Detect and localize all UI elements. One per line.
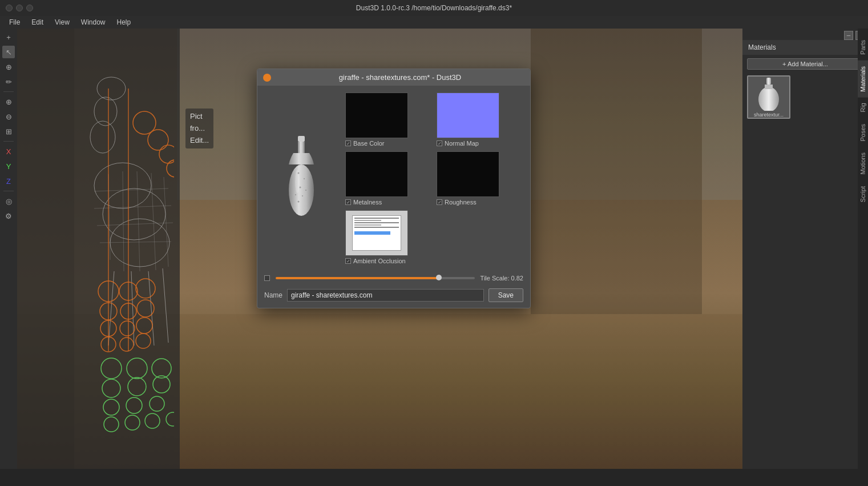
- x-axis-btn[interactable]: X: [2, 145, 15, 158]
- wireframe-svg: [20, 31, 174, 443]
- tab-motions[interactable]: Motions: [858, 147, 868, 180]
- texture-slot-base-color: Base Color: [345, 93, 432, 147]
- window-title: Dust3D 1.0.0-rc.3 /home/tio/Downloads/gi…: [356, 4, 512, 12]
- ao-line-2: [354, 220, 381, 221]
- panel-icon-row: ─ ×: [742, 29, 868, 40]
- toolbar-divider-1: [3, 91, 14, 92]
- svg-point-45: [128, 377, 146, 396]
- ao-blue-bar: [354, 231, 390, 235]
- base-color-img[interactable]: [345, 93, 408, 138]
- add-material-button[interactable]: + Add Material...: [747, 58, 863, 70]
- svg-line-22: [164, 177, 168, 267]
- maximize-window-btn[interactable]: [26, 5, 33, 11]
- svg-point-55: [758, 87, 779, 111]
- roughness-label-row: Roughness: [437, 199, 477, 206]
- tile-scale-slider[interactable]: [276, 277, 475, 279]
- tab-materials[interactable]: Materials: [858, 61, 868, 98]
- ao-label: Ambient Occlusion: [353, 258, 406, 264]
- svg-point-34: [136, 334, 151, 348]
- dialog-close-button[interactable]: [263, 74, 271, 82]
- name-save-row: Name Save: [257, 285, 530, 308]
- zoom-in-btn[interactable]: ⊕: [2, 95, 15, 108]
- menu-edit[interactable]: Edit: [26, 17, 49, 27]
- close-window-btn[interactable]: [6, 5, 13, 11]
- ao-line-3: [354, 222, 399, 223]
- svg-point-53: [166, 412, 174, 426]
- roughness-label: Roughness: [445, 199, 477, 206]
- titlebar: Dust3D 1.0.0-rc.3 /home/tio/Downloads/gi…: [0, 0, 868, 16]
- metalness-label: Metalness: [353, 199, 382, 206]
- roughness-checkbox[interactable]: [437, 199, 442, 205]
- svg-point-65: [298, 200, 300, 202]
- roughness-img[interactable]: [437, 151, 499, 197]
- svg-point-33: [120, 338, 134, 351]
- menu-help[interactable]: Help: [111, 17, 137, 27]
- name-label: Name: [264, 291, 282, 299]
- svg-rect-58: [298, 142, 305, 153]
- svg-point-25: [136, 279, 155, 298]
- material-dialog: giraffe - sharetextures.com* - Dust3D: [257, 69, 531, 308]
- dialog-titlebar: giraffe - sharetextures.com* - Dust3D: [257, 69, 530, 86]
- svg-point-48: [126, 397, 142, 413]
- svg-line-13: [163, 268, 168, 343]
- metalness-img[interactable]: [345, 151, 408, 197]
- save-button[interactable]: Save: [488, 288, 523, 302]
- y-axis-btn[interactable]: Y: [2, 160, 15, 172]
- texture-slot-metalness: Metalness: [345, 151, 432, 206]
- svg-rect-56: [765, 85, 773, 89]
- svg-point-4: [97, 77, 126, 100]
- material-thumbnail[interactable]: sharetextur...: [747, 75, 790, 119]
- name-input[interactable]: [287, 289, 484, 302]
- svg-point-42: [127, 358, 147, 379]
- svg-point-47: [103, 399, 119, 415]
- add-tool-btn[interactable]: +: [2, 31, 15, 43]
- ao-line-4: [354, 224, 381, 226]
- side-tabs: Parts Materials Rig Poses Motions Script: [858, 29, 868, 469]
- circle-tool-btn[interactable]: ◎: [2, 195, 15, 207]
- svg-point-61: [298, 172, 300, 174]
- panel-minimize-btn[interactable]: ─: [844, 31, 853, 40]
- tab-rig[interactable]: Rig: [858, 97, 868, 118]
- grid-btn[interactable]: ⊞: [2, 125, 15, 138]
- minimize-window-btn[interactable]: [16, 5, 23, 11]
- svg-line-19: [123, 171, 124, 271]
- svg-line-14: [94, 188, 168, 191]
- menu-window[interactable]: Window: [75, 17, 111, 27]
- transform-tool-btn[interactable]: ⊕: [2, 61, 15, 73]
- svg-point-35: [133, 111, 156, 134]
- svg-line-21: [151, 173, 156, 270]
- texture-slot-ao: Ambient Occlusion: [345, 210, 432, 264]
- svg-point-49: [150, 396, 164, 411]
- tab-poses[interactable]: Poses: [858, 118, 868, 147]
- materials-title: Materials: [748, 43, 776, 51]
- svg-rect-57: [298, 136, 305, 142]
- menu-file[interactable]: File: [3, 17, 26, 27]
- paint-tool-btn[interactable]: ✏: [2, 75, 15, 88]
- settings-tool-btn[interactable]: ⚙: [2, 210, 15, 222]
- svg-rect-2: [531, 29, 702, 314]
- tab-script[interactable]: Script: [858, 180, 868, 208]
- svg-line-17: [100, 242, 171, 243]
- normal-map-img[interactable]: [437, 93, 499, 138]
- svg-point-67: [295, 194, 296, 195]
- select-tool-btn[interactable]: ↖: [2, 46, 15, 58]
- ao-map-img[interactable]: [345, 210, 408, 256]
- material-thumb-svg: [754, 77, 784, 111]
- ao-checkbox[interactable]: [345, 258, 351, 264]
- menu-view[interactable]: View: [49, 17, 75, 27]
- right-panel-header: Materials: [742, 40, 868, 55]
- dialog-bottle-svg: [278, 133, 324, 224]
- tile-checkbox[interactable]: [264, 275, 270, 281]
- base-color-checkbox[interactable]: [345, 140, 351, 146]
- tile-scale-label: Tile Scale: 0.82: [481, 275, 523, 282]
- ao-thumbnail-inner: [352, 215, 401, 251]
- ao-label-row: Ambient Occlusion: [345, 258, 406, 264]
- zoom-out-btn[interactable]: ⊖: [2, 110, 15, 123]
- metalness-checkbox[interactable]: [345, 199, 351, 205]
- left-toolbar: + ↖ ⊕ ✏ ⊕ ⊖ ⊞ X Y Z ◎ ⚙: [0, 29, 17, 469]
- normal-map-label: Normal Map: [445, 140, 479, 147]
- normal-map-checkbox[interactable]: [437, 140, 442, 146]
- z-axis-btn[interactable]: Z: [2, 175, 15, 187]
- tab-parts[interactable]: Parts: [858, 34, 868, 61]
- svg-point-30: [120, 321, 135, 336]
